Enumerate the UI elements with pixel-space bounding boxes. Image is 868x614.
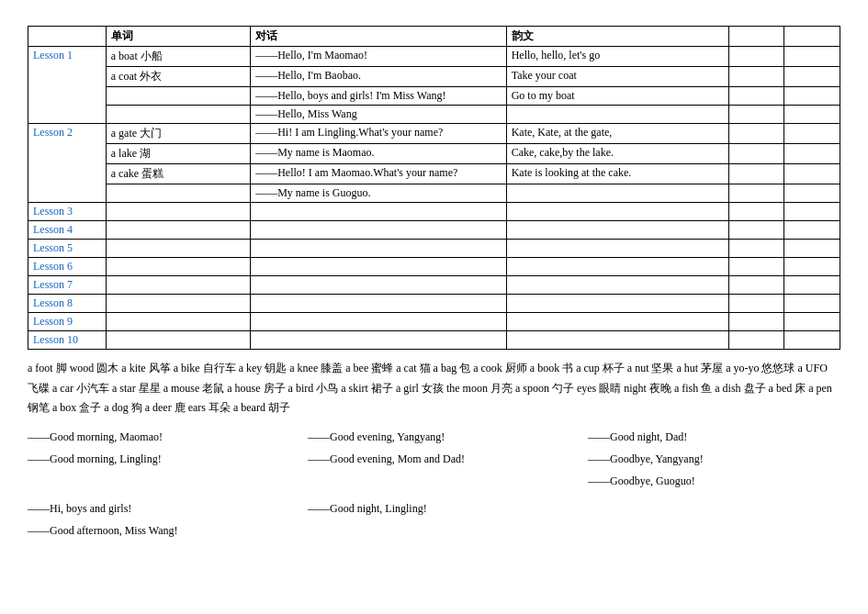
empty-cell [784, 331, 840, 350]
conv-row-2: ——Hi, boys and girls! ——Good afternoon, … [28, 497, 840, 541]
empty-cell [251, 221, 507, 240]
empty-cell [728, 295, 784, 313]
empty-cell [251, 331, 507, 350]
header-vocab: 单词 [106, 27, 250, 47]
extra-cell-2 [784, 67, 840, 87]
dialog-cell: ——Hi! I am Lingling.What's your name? [251, 124, 507, 144]
table-row: Lesson 6 [28, 258, 840, 276]
empty-cell [506, 240, 728, 258]
rhyme-cell: Take your coat [506, 67, 728, 87]
empty-cell [251, 203, 507, 221]
empty-cell [251, 258, 507, 276]
empty-cell [784, 313, 840, 331]
extra-cell-2 [784, 87, 840, 106]
empty-cell [506, 221, 728, 240]
header-dialog: 对话 [251, 27, 507, 47]
empty-cell [506, 258, 728, 276]
conv-row-1: ——Good morning, Maomao! ——Good morning, … [28, 426, 840, 492]
extra-cell-1 [728, 184, 784, 203]
lesson-label: Lesson 6 [28, 258, 107, 276]
vocab-cell: a boat 小船 [106, 47, 250, 67]
vocab-cell [106, 87, 250, 106]
empty-cell [728, 221, 784, 240]
empty-cell [728, 276, 784, 295]
vocab-cell: a gate 大门 [106, 124, 250, 144]
table-row: Lesson 9 [28, 313, 840, 331]
main-table: 单词 对话 韵文 Lesson 1a boat 小船——Hello, I'm M… [28, 26, 840, 350]
empty-cell [728, 240, 784, 258]
empty-cell [506, 276, 728, 295]
lesson-label: Lesson 1 [28, 47, 107, 124]
empty-cell [106, 295, 250, 313]
table-row: Lesson 7 [28, 276, 840, 295]
conv-col-right-1: ——Good night, Dad! ——Goodbye, Yangyang! … [588, 426, 840, 492]
rhyme-cell [506, 184, 728, 203]
lesson-label: Lesson 7 [28, 276, 107, 295]
dialog-cell: ——Hello, boys and girls! I'm Miss Wang! [251, 87, 507, 106]
conv-col-left-2: ——Hi, boys and girls! ——Good afternoon, … [28, 497, 280, 541]
empty-cell [506, 331, 728, 350]
conversations-section: ——Good morning, Maomao! ——Good morning, … [28, 426, 840, 541]
empty-cell [728, 258, 784, 276]
vocab-cell: a cake 蛋糕 [106, 164, 250, 184]
rhyme-cell [506, 106, 728, 124]
extra-cell-1 [728, 87, 784, 106]
empty-cell [106, 258, 250, 276]
empty-cell [728, 331, 784, 350]
lesson-label: Lesson 8 [28, 295, 107, 313]
empty-cell [784, 221, 840, 240]
vocab-cell [106, 184, 250, 203]
header-extra1 [728, 27, 784, 47]
extra-cell-1 [728, 144, 784, 164]
extra-cell-1 [728, 164, 784, 184]
extra-cell-2 [784, 47, 840, 67]
table-row: Lesson 10 [28, 331, 840, 350]
rhyme-cell: Hello, hello, let's go [506, 47, 728, 67]
rhyme-cell: Cake, cake,by the lake. [506, 144, 728, 164]
empty-cell [506, 203, 728, 221]
dialog-cell: ——Hello, I'm Baobao. [251, 67, 507, 87]
table-row: Lesson 5 [28, 240, 840, 258]
table-row: Lesson 8 [28, 295, 840, 313]
table-row: Lesson 2a gate 大门——Hi! I am Lingling.Wha… [28, 124, 840, 144]
conv-col-mid-1: ——Good evening, Yangyang! ——Good evening… [308, 426, 560, 492]
header-extra2 [784, 27, 840, 47]
dialog-cell: ——Hello! I am Maomao.What's your name? [251, 164, 507, 184]
empty-cell [106, 313, 250, 331]
lesson-label: Lesson 3 [28, 203, 107, 221]
vocab-cell [106, 106, 250, 124]
extra-cell-1 [728, 47, 784, 67]
extra-cell-2 [784, 124, 840, 144]
extra-cell-1 [728, 67, 784, 87]
table-row: ——Hello, boys and girls! I'm Miss Wang!G… [28, 87, 840, 106]
empty-cell [784, 240, 840, 258]
rhyme-cell: Kate, Kate, at the gate, [506, 124, 728, 144]
empty-cell [106, 331, 250, 350]
table-row: Lesson 4 [28, 221, 840, 240]
empty-cell [728, 203, 784, 221]
lesson-label: Lesson 2 [28, 124, 107, 203]
vocab-section: a foot 脚 wood 圆木 a kite 风筝 a bike 自行车 a … [28, 359, 840, 419]
table-row: Lesson 1a boat 小船——Hello, I'm Maomao!Hel… [28, 47, 840, 67]
conv-col-mid-2: ——Good night, Lingling! [308, 497, 560, 541]
empty-cell [251, 313, 507, 331]
conv-col-left-1: ——Good morning, Maomao! ——Good morning, … [28, 426, 280, 492]
header-rhyme: 韵文 [506, 27, 728, 47]
lesson-label: Lesson 9 [28, 313, 107, 331]
table-row: Lesson 3 [28, 203, 840, 221]
table-header-row: 单词 对话 韵文 [28, 27, 840, 47]
empty-cell [506, 295, 728, 313]
lesson-label: Lesson 10 [28, 331, 107, 350]
empty-cell [106, 203, 250, 221]
empty-cell [728, 313, 784, 331]
empty-cell [784, 276, 840, 295]
vocab-cell: a lake 湖 [106, 144, 250, 164]
dialog-cell: ——My name is Guoguo. [251, 184, 507, 203]
empty-cell [506, 313, 728, 331]
table-row: ——Hello, Miss Wang [28, 106, 840, 124]
empty-cell [251, 295, 507, 313]
table-row: a lake 湖——My name is Maomao.Cake, cake,b… [28, 144, 840, 164]
extra-cell-1 [728, 124, 784, 144]
lesson-label: Lesson 5 [28, 240, 107, 258]
table-row: a coat 外衣——Hello, I'm Baobao.Take your c… [28, 67, 840, 87]
